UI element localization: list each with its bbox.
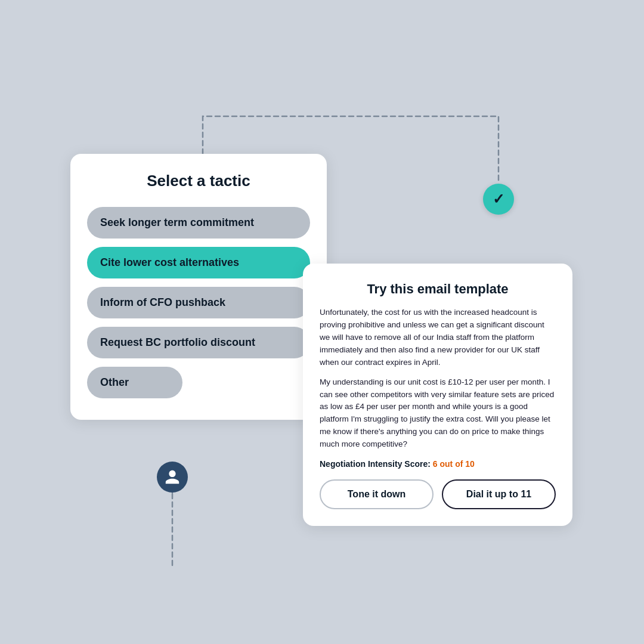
email-paragraph-1: Unfortunately, the cost for us with the … [320, 306, 556, 369]
email-card-title: Try this email template [320, 281, 556, 297]
email-paragraph-2: My understanding is our unit cost is £10… [320, 376, 556, 451]
tactic-inform-cfo[interactable]: Inform of CFO pushback [87, 287, 310, 318]
tactic-card-title: Select a tactic [87, 172, 310, 190]
tactic-other[interactable]: Other [87, 367, 182, 398]
negotiation-score: Negotiation Intensity Score: 6 out of 10 [320, 459, 556, 469]
tactic-options-list: Seek longer term commitment Cite lower c… [87, 207, 310, 398]
tone-it-down-button[interactable]: Tone it down [320, 479, 434, 509]
tactic-card: Select a tactic Seek longer term commitm… [70, 154, 327, 420]
tactic-request-bc[interactable]: Request BC portfolio discount [87, 327, 310, 358]
person-svg [164, 469, 181, 485]
person-icon [157, 462, 188, 493]
dial-up-button[interactable]: Dial it up to 11 [442, 479, 556, 509]
tactic-cite-lower[interactable]: Cite lower cost alternatives [87, 247, 310, 278]
score-value: 6 out of 10 [433, 459, 475, 469]
checkmark-icon: ✓ [493, 191, 504, 208]
email-card: Try this email template Unfortunately, t… [303, 264, 572, 526]
email-actions: Tone it down Dial it up to 11 [320, 479, 556, 509]
check-circle: ✓ [483, 184, 514, 215]
score-label: Negotiation Intensity Score: [320, 459, 431, 469]
email-body: Unfortunately, the cost for us with the … [320, 306, 556, 451]
tactic-seek-longer[interactable]: Seek longer term commitment [87, 207, 310, 239]
